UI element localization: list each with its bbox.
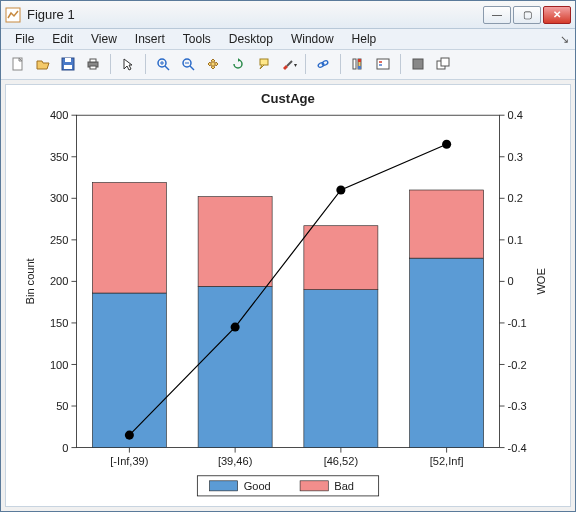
window-buttons: — ▢ ✕ <box>483 6 571 24</box>
svg-text:[-Inf,39): [-Inf,39) <box>110 455 148 467</box>
save-icon[interactable] <box>57 53 79 75</box>
svg-text:300: 300 <box>50 192 68 204</box>
titlebar: Figure 1 — ▢ ✕ <box>1 1 575 29</box>
svg-rect-21 <box>358 59 361 62</box>
minimize-button[interactable]: — <box>483 6 511 24</box>
datatip-icon[interactable] <box>252 53 274 75</box>
svg-text:50: 50 <box>56 400 68 412</box>
svg-text:[39,46): [39,46) <box>218 455 252 467</box>
svg-text:0: 0 <box>62 442 68 454</box>
svg-rect-77 <box>92 293 166 448</box>
close-button[interactable]: ✕ <box>543 6 571 24</box>
svg-rect-90 <box>209 481 237 491</box>
svg-rect-26 <box>413 59 423 69</box>
maximize-button[interactable]: ▢ <box>513 6 541 24</box>
svg-rect-3 <box>65 58 71 62</box>
legend-icon[interactable] <box>372 53 394 75</box>
svg-line-9 <box>165 66 169 70</box>
menu-desktop[interactable]: Desktop <box>221 30 281 48</box>
pointer-icon[interactable] <box>117 53 139 75</box>
toolbar-sep <box>145 54 146 74</box>
svg-text:0.2: 0.2 <box>508 192 523 204</box>
svg-text:0: 0 <box>508 275 514 287</box>
svg-point-85 <box>125 431 134 440</box>
svg-rect-92 <box>300 481 328 491</box>
menu-edit[interactable]: Edit <box>44 30 81 48</box>
svg-line-13 <box>190 66 194 70</box>
svg-text:200: 200 <box>50 275 68 287</box>
svg-text:CustAge: CustAge <box>261 91 315 106</box>
link-icon[interactable] <box>312 53 334 75</box>
svg-text:Good: Good <box>244 480 271 492</box>
menu-file[interactable]: File <box>7 30 42 48</box>
svg-rect-82 <box>304 226 378 290</box>
dock-icon[interactable] <box>407 53 429 75</box>
svg-text:350: 350 <box>50 151 68 163</box>
svg-rect-23 <box>377 59 389 69</box>
svg-text:[52,Inf]: [52,Inf] <box>430 455 464 467</box>
svg-rect-28 <box>441 58 449 66</box>
menu-insert[interactable]: Insert <box>127 30 173 48</box>
pan-icon[interactable] <box>202 53 224 75</box>
svg-text:100: 100 <box>50 359 68 371</box>
svg-text:0.1: 0.1 <box>508 234 523 246</box>
svg-text:WOE: WOE <box>535 268 547 294</box>
toolbar-sep <box>305 54 306 74</box>
svg-rect-83 <box>410 258 484 447</box>
menu-view[interactable]: View <box>83 30 125 48</box>
rotate-icon[interactable] <box>227 53 249 75</box>
svg-rect-78 <box>92 183 166 294</box>
print-icon[interactable] <box>82 53 104 75</box>
toolbar-sep <box>400 54 401 74</box>
app-icon <box>5 7 21 23</box>
brush-icon[interactable]: ▾ <box>277 53 299 75</box>
toolbar-sep <box>340 54 341 74</box>
svg-rect-4 <box>64 65 72 69</box>
undock-icon[interactable] <box>432 53 454 75</box>
toolbar-sep <box>110 54 111 74</box>
svg-text:250: 250 <box>50 234 68 246</box>
zoom-in-icon[interactable] <box>152 53 174 75</box>
svg-rect-6 <box>90 59 96 62</box>
zoom-out-icon[interactable] <box>177 53 199 75</box>
svg-text:0.4: 0.4 <box>508 109 523 121</box>
svg-text:-0.3: -0.3 <box>508 400 527 412</box>
svg-text:[46,52): [46,52) <box>324 455 358 467</box>
window-title: Figure 1 <box>27 7 483 22</box>
svg-rect-80 <box>198 197 272 287</box>
svg-text:-0.2: -0.2 <box>508 359 527 371</box>
svg-rect-79 <box>198 286 272 447</box>
svg-text:0.3: 0.3 <box>508 151 523 163</box>
svg-text:150: 150 <box>50 317 68 329</box>
svg-point-88 <box>442 140 451 149</box>
menubar: File Edit View Insert Tools Desktop Wind… <box>1 29 575 50</box>
svg-rect-22 <box>358 66 361 69</box>
svg-rect-81 <box>304 290 378 448</box>
svg-text:-0.4: -0.4 <box>508 442 527 454</box>
colorbar-icon[interactable] <box>347 53 369 75</box>
open-icon[interactable] <box>32 53 54 75</box>
svg-point-18 <box>321 60 328 66</box>
svg-text:-0.1: -0.1 <box>508 317 527 329</box>
toolbar: ▾ <box>1 50 575 80</box>
chart-svg: CustAge050100150200250300350400Bin count… <box>6 85 570 506</box>
menu-corner-icon[interactable]: ↘ <box>560 33 569 46</box>
svg-text:Bin count: Bin count <box>24 258 36 304</box>
svg-line-16 <box>287 61 292 66</box>
figure-window: Figure 1 — ▢ ✕ File Edit View Insert Too… <box>0 0 576 512</box>
menu-help[interactable]: Help <box>344 30 385 48</box>
svg-point-87 <box>336 185 345 194</box>
svg-rect-7 <box>90 66 96 69</box>
menu-tools[interactable]: Tools <box>175 30 219 48</box>
new-file-icon[interactable] <box>7 53 29 75</box>
chart-area: CustAge050100150200250300350400Bin count… <box>5 84 571 507</box>
svg-rect-15 <box>260 59 268 65</box>
svg-rect-84 <box>410 190 484 258</box>
svg-text:400: 400 <box>50 109 68 121</box>
svg-point-86 <box>231 323 240 332</box>
menu-window[interactable]: Window <box>283 30 342 48</box>
svg-rect-19 <box>353 59 356 69</box>
svg-text:Bad: Bad <box>334 480 354 492</box>
